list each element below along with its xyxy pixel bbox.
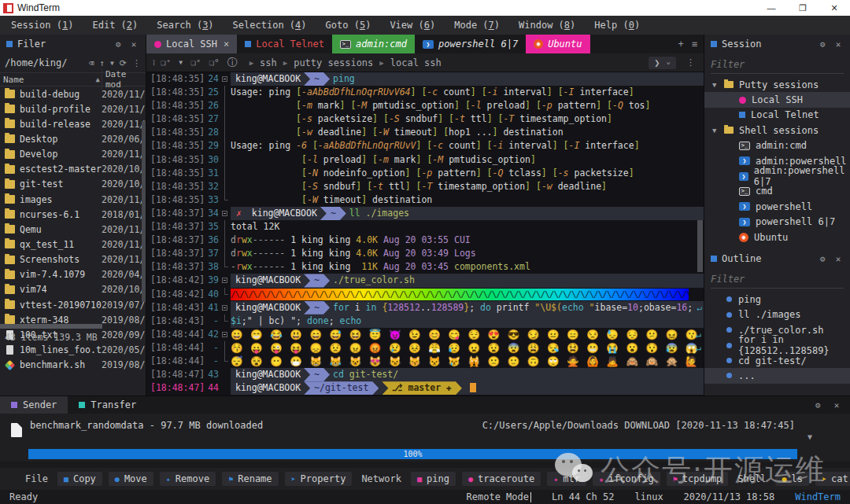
outline-item[interactable]: ping (704, 292, 850, 307)
tab-close-icon[interactable]: × (224, 39, 229, 50)
file-row[interactable]: git-test2020/10/ (0, 177, 146, 192)
file-row[interactable]: Qemu2020/11/ (0, 222, 146, 237)
breadcrumb-item[interactable]: ssh (260, 57, 277, 68)
session-item-admin-powershell-6-7[interactable]: ❯admin:powershell 6|7 (704, 168, 850, 183)
menu-view[interactable]: View (6) (390, 20, 435, 31)
file-row[interactable]: build-debug2020/11/ (0, 86, 146, 101)
gear-icon[interactable]: ⚙ (817, 254, 828, 264)
session-item-ubuntu[interactable]: ◉Ubuntu (704, 230, 850, 245)
toolbar-button-move[interactable]: ●Move (109, 472, 153, 486)
filer-hscrollbar[interactable] (0, 324, 102, 329)
transfer-tab-transfer[interactable]: Transfer (68, 396, 147, 414)
file-row[interactable]: esctest2-master2020/10/ (0, 162, 146, 177)
tab-admin-cmd[interactable]: >_admin:cmd (332, 35, 415, 53)
restore-button[interactable]: ❐ (787, 0, 819, 16)
outline-filter-input[interactable] (711, 270, 844, 289)
session-item-powershell-6-7[interactable]: ❯powershell 6|7 (704, 215, 850, 230)
fold-open-icon[interactable] (222, 76, 227, 82)
file-row[interactable]: vttest-201907102019/07/ (0, 297, 146, 312)
toolbar-button-property[interactable]: ➤Property (285, 472, 353, 486)
fold-open-icon[interactable] (222, 278, 227, 283)
tab-local-ssh[interactable]: Local SSH× (146, 35, 237, 53)
column-name[interactable]: Name (3, 75, 96, 85)
clear-path-icon[interactable]: ⌫ (89, 58, 94, 68)
tab-powershell-6-7[interactable]: ❯powershell 6|7 (415, 35, 526, 53)
file-row[interactable]: qx_test_112020/11/ (0, 237, 146, 252)
new-session-icon[interactable]: ❏⁺ (161, 57, 171, 68)
fold-open-icon[interactable] (222, 332, 227, 337)
gear-icon[interactable]: ⚙ (817, 39, 828, 50)
file-row[interactable]: benchmark.sh2019/08/ (0, 358, 146, 373)
clone-session-icon[interactable]: ❏° (209, 57, 219, 68)
session-item-powershell[interactable]: ❯powershell (704, 199, 850, 214)
prompt-toggle-button[interactable]: ❯⌄ (649, 57, 676, 69)
more-icon[interactable]: ⋮ (686, 57, 695, 68)
chevron-down-icon[interactable]: ▼ (179, 59, 183, 66)
file-row[interactable]: vim-7.4.10792020/04/ (0, 267, 146, 282)
session-group-putty-sessions[interactable]: ▼Putty sessions (704, 77, 850, 92)
menu-window[interactable]: Window (8) (519, 20, 575, 31)
filer-path[interactable]: /home/king/ (5, 57, 83, 68)
more-icon[interactable]: ⋮ (132, 58, 141, 68)
tab-local-telnet[interactable]: Local Telnet (237, 35, 332, 53)
file-row[interactable]: Desktop2020/06/ (0, 131, 146, 146)
breadcrumb-item[interactable]: putty sessions (294, 57, 373, 68)
transfer-tab-sender[interactable]: Sender (0, 396, 68, 414)
toolbar-button-tcpdump[interactable]: ⚑tcpdump (667, 472, 729, 486)
toolbar-button-ifconfig[interactable]: ★ifconfig (593, 472, 660, 486)
close-icon[interactable]: ✕ (831, 400, 842, 410)
breadcrumb-item[interactable]: local ssh (390, 57, 442, 68)
close-icon[interactable]: ✕ (128, 39, 139, 50)
close-button[interactable]: ✕ (819, 0, 850, 16)
gear-icon[interactable]: ⚙ (113, 39, 124, 50)
file-row[interactable]: ncurses-6.12018/01/ (0, 207, 146, 222)
fold-open-icon[interactable] (222, 305, 227, 311)
menu-mode[interactable]: Mode (7) (454, 20, 500, 31)
menu-edit[interactable]: Edit (2) (93, 20, 139, 31)
session-filter-input[interactable] (711, 55, 844, 74)
toolbar-button-cat[interactable]: ➤cat (815, 472, 850, 486)
session-group-shell-sessions[interactable]: ▼Shell sessions (704, 123, 850, 138)
gear-icon[interactable]: ⚙ (812, 400, 823, 410)
outline-item[interactable]: for i in {128512..128589} (704, 337, 850, 352)
tab-list-icon[interactable]: ≡ (692, 39, 697, 50)
menu-help[interactable]: Help (0) (594, 20, 640, 31)
up-directory-icon[interactable]: ↑ (99, 58, 105, 68)
minimize-button[interactable]: — (756, 0, 787, 16)
caret-down-icon[interactable]: ▼ (712, 127, 719, 134)
outline-item[interactable]: ll ./images (704, 307, 850, 322)
toolbar-button-remove[interactable]: ✦Remove (160, 472, 216, 486)
toolbar-button-ls[interactable]: ●ls (775, 472, 808, 486)
file-row[interactable]: build-profile2020/11/ (0, 101, 146, 116)
caret-down-icon[interactable]: ▼ (712, 81, 719, 89)
status-os[interactable]: linux (634, 491, 663, 502)
session-item-local-ssh[interactable]: Local SSH (704, 92, 850, 107)
outline-item[interactable]: ... (704, 368, 850, 383)
info-icon[interactable]: ⓘ (227, 56, 238, 70)
file-row[interactable]: 10m_lines_foo.t…2020/05/ (0, 342, 146, 357)
file-row[interactable]: Screenshots2020/11/ (0, 252, 146, 267)
menu-goto[interactable]: Goto (5) (326, 20, 371, 31)
close-icon[interactable]: ✕ (833, 254, 844, 264)
toolbar-button-mtr[interactable]: ✦mtr (547, 472, 586, 486)
toolbar-button-rename[interactable]: ⚑Rename (222, 472, 278, 486)
toolbar-button-ping[interactable]: ■ping (411, 472, 456, 486)
status-position[interactable]: Ln 44 Ch 52 (552, 491, 614, 502)
close-session-icon[interactable]: ❏ˣ (190, 57, 201, 68)
file-row[interactable]: vim742020/10/ (0, 282, 146, 297)
status-mode[interactable]: Remote Mode (467, 491, 531, 502)
file-row[interactable]: build-release2020/11/ (0, 116, 146, 131)
file-row[interactable]: Develop2020/11/ (0, 147, 146, 162)
terminal[interactable]: [18:48:35]24king@MACBOOK~ping[18:48:35]2… (146, 72, 704, 395)
fold-open-icon[interactable] (222, 211, 227, 216)
menu-session[interactable]: Session (1) (11, 20, 74, 31)
tab-ubuntu[interactable]: ◉Ubuntu (526, 35, 589, 53)
new-tab-icon[interactable]: + (678, 39, 684, 50)
status-app[interactable]: WindTerm (795, 491, 841, 502)
toolbar-button-copy[interactable]: ■Copy (57, 472, 102, 486)
chevron-down-icon[interactable]: ▼ (808, 432, 812, 441)
refresh-icon[interactable]: ⟳ (120, 58, 127, 68)
toolbar-button-traceroute[interactable]: ●traceroute (462, 472, 541, 486)
menu-selection[interactable]: Selection (4) (233, 20, 307, 31)
chevron-down-icon[interactable]: ▼ (110, 60, 114, 67)
